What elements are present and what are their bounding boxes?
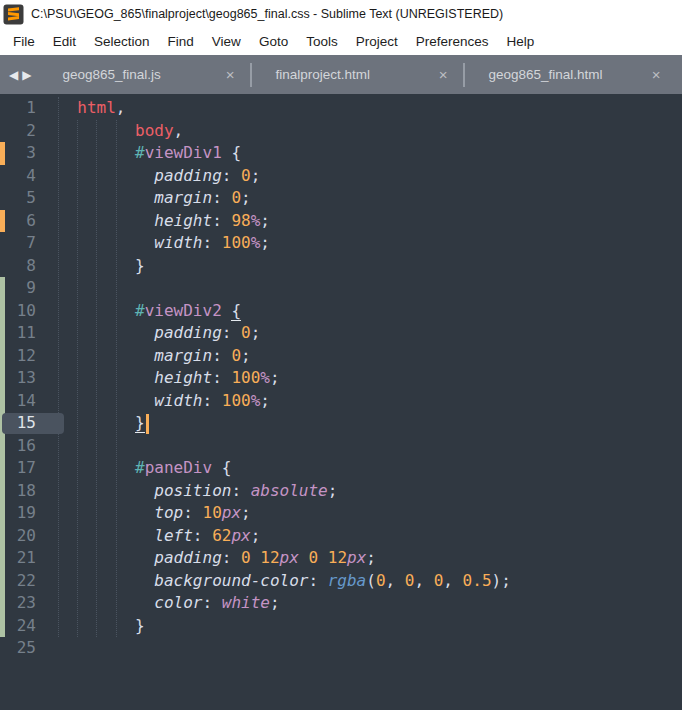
code-line[interactable]: 3 #viewDiv1 {	[0, 142, 682, 165]
code-line[interactable]: 18 position: absolute;	[0, 480, 682, 503]
code-token	[58, 413, 135, 432]
code-line[interactable]: 13 height: 100%;	[0, 367, 682, 390]
line-number: 10	[0, 300, 36, 323]
code-line[interactable]: 7 width: 100%;	[0, 232, 682, 255]
sublime-text-icon	[3, 4, 24, 25]
tab-label: geog865_final.js	[62, 67, 223, 82]
code-line[interactable]: 25	[0, 637, 682, 660]
code-token: 100	[222, 233, 251, 252]
code-token: 0	[405, 571, 415, 590]
menu-item-tools[interactable]: Tools	[297, 28, 347, 55]
code-token: ;	[241, 188, 251, 207]
code-token	[58, 98, 77, 117]
code-token: #	[135, 301, 145, 320]
code-token: ;	[241, 503, 251, 522]
text-caret	[146, 414, 149, 434]
menu-item-view[interactable]: View	[203, 28, 250, 55]
close-icon[interactable]: ×	[437, 66, 450, 83]
code-line[interactable]: 21 padding: 0 12px 0 12px;	[0, 547, 682, 570]
code-token	[58, 526, 154, 545]
code-token: ,	[116, 98, 126, 117]
code-token: white	[222, 593, 270, 612]
code-line[interactable]: 5 margin: 0;	[0, 187, 682, 210]
tab-scroll-controls: ◀ ▶	[0, 55, 39, 94]
code-token	[251, 548, 261, 567]
code-token: ,	[386, 571, 405, 590]
code-token: width	[154, 233, 202, 252]
code-line-content	[36, 435, 58, 458]
code-line[interactable]: 1 html,	[0, 97, 682, 120]
code-token: height	[154, 368, 212, 387]
code-line[interactable]: 24 }	[0, 615, 682, 638]
code-line-content: }	[36, 615, 145, 638]
code-token	[58, 211, 154, 230]
code-token: {	[231, 301, 241, 321]
code-token: 0	[241, 166, 251, 185]
code-token: ;	[251, 323, 261, 342]
code-token: :	[222, 548, 241, 567]
menu-item-selection[interactable]: Selection	[85, 28, 159, 55]
code-token	[58, 593, 154, 612]
code-token: :	[212, 211, 231, 230]
code-token: ;	[366, 548, 376, 567]
code-token: html	[77, 98, 116, 117]
code-token: :	[212, 188, 231, 207]
tab-strip: geog865_final.js×finalproject.html×geog8…	[39, 55, 682, 94]
code-line[interactable]: 11 padding: 0;	[0, 322, 682, 345]
code-editor[interactable]: 1 html,2 body,3 #viewDiv1 {4 padding: 0;…	[0, 94, 682, 710]
code-line-content: top: 10px;	[36, 502, 251, 525]
code-line[interactable]: 22 background-color: rgba(0, 0, 0, 0.5);	[0, 570, 682, 593]
tab-geog865-final-html[interactable]: geog865_final.html×	[465, 55, 676, 94]
code-line[interactable]: 23 color: white;	[0, 592, 682, 615]
line-number: 25	[0, 637, 36, 660]
menu-item-help[interactable]: Help	[498, 28, 544, 55]
code-token: :	[183, 503, 202, 522]
code-line[interactable]: 9	[0, 277, 682, 300]
code-token: :	[203, 593, 222, 612]
code-token: );	[492, 571, 511, 590]
code-line[interactable]: 10 #viewDiv2 {	[0, 300, 682, 323]
code-line[interactable]: 12 margin: 0;	[0, 345, 682, 368]
close-icon[interactable]: ×	[224, 66, 237, 83]
code-token: 10	[203, 503, 222, 522]
tab-geog865-final-js[interactable]: geog865_final.js×	[39, 55, 250, 94]
menu-item-goto[interactable]: Goto	[250, 28, 297, 55]
code-token	[222, 301, 232, 320]
tab-scroll-left-icon[interactable]: ◀	[9, 69, 18, 81]
code-line[interactable]: 15 }	[0, 412, 682, 435]
code-line[interactable]: 16	[0, 435, 682, 458]
code-line-content: html,	[36, 97, 125, 120]
code-token: 0	[241, 548, 251, 567]
code-line-content: #viewDiv1 {	[36, 142, 241, 165]
line-number: 3	[0, 142, 36, 165]
code-token: (	[366, 571, 376, 590]
code-token: 0	[241, 323, 251, 342]
code-line-content: position: absolute;	[36, 480, 337, 503]
code-line[interactable]: 4 padding: 0;	[0, 165, 682, 188]
code-token	[58, 233, 154, 252]
code-line[interactable]: 2 body,	[0, 120, 682, 143]
code-line-content: height: 100%;	[36, 367, 280, 390]
code-token	[58, 121, 135, 140]
code-line[interactable]: 17 #paneDiv {	[0, 457, 682, 480]
code-token: 100	[231, 368, 260, 387]
code-token: viewDiv2	[145, 301, 222, 320]
code-line[interactable]: 6 height: 98%;	[0, 210, 682, 233]
tab-finalproject-html[interactable]: finalproject.html×	[252, 55, 463, 94]
code-line[interactable]: 20 left: 62px;	[0, 525, 682, 548]
code-token	[58, 346, 154, 365]
code-line[interactable]: 8 }	[0, 255, 682, 278]
tab-scroll-right-icon[interactable]: ▶	[22, 69, 31, 81]
menu-item-file[interactable]: File	[4, 28, 44, 55]
menu-item-find[interactable]: Find	[159, 28, 203, 55]
line-number: 2	[0, 120, 36, 143]
code-token: ;	[260, 211, 270, 230]
code-token: rgba	[328, 571, 367, 590]
code-line[interactable]: 19 top: 10px;	[0, 502, 682, 525]
close-icon[interactable]: ×	[650, 66, 663, 83]
menu-item-project[interactable]: Project	[347, 28, 407, 55]
menu-item-edit[interactable]: Edit	[44, 28, 85, 55]
code-token: ;	[328, 481, 338, 500]
code-line[interactable]: 14 width: 100%;	[0, 390, 682, 413]
menu-item-preferences[interactable]: Preferences	[407, 28, 498, 55]
